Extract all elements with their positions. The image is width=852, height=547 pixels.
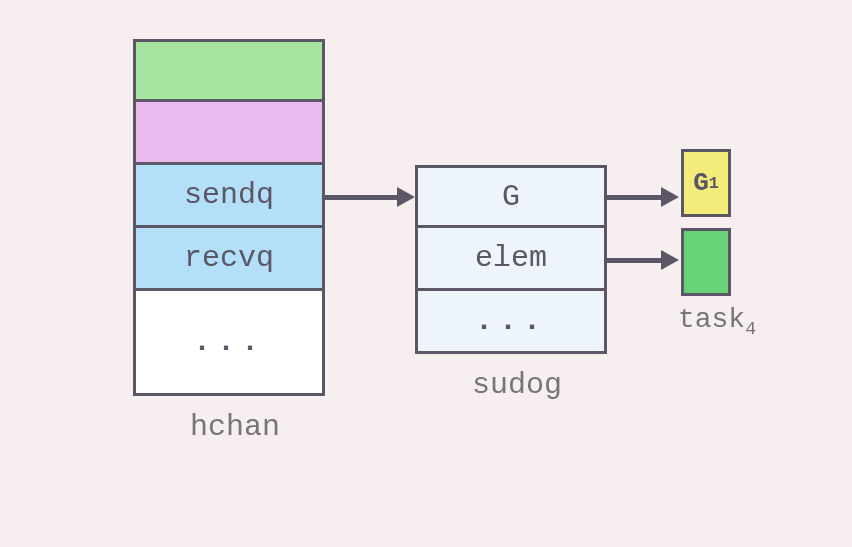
goroutine-label-prefix: G xyxy=(693,168,709,198)
task-label-sub: 4 xyxy=(745,319,756,339)
arrow-g-to-goroutine-head xyxy=(661,187,679,207)
hchan-field-empty-1 xyxy=(133,39,325,102)
task-box xyxy=(681,228,731,296)
task-label: task4 xyxy=(662,304,772,339)
hchan-field-sendq: sendq xyxy=(133,165,325,228)
sudog-field-elem: elem xyxy=(415,228,607,291)
hchan-field-empty-2 xyxy=(133,102,325,165)
task-label-prefix: task xyxy=(678,304,745,335)
arrow-elem-to-task-head xyxy=(661,250,679,270)
hchan-field-ellipsis: ... xyxy=(133,291,325,396)
sudog-field-g: G xyxy=(415,165,607,228)
hchan-label: hchan xyxy=(165,410,305,444)
arrow-sendq-to-sudog xyxy=(325,195,403,200)
sudog-field-ellipsis: ... xyxy=(415,291,607,354)
arrow-sendq-to-sudog-head xyxy=(397,187,415,207)
hchan-field-recvq: recvq xyxy=(133,228,325,291)
arrow-elem-to-task xyxy=(607,258,667,263)
goroutine-label-sub: 1 xyxy=(709,174,719,193)
arrow-g-to-goroutine xyxy=(607,195,667,200)
sudog-label: sudog xyxy=(457,368,577,402)
goroutine-box: G1 xyxy=(681,149,731,217)
